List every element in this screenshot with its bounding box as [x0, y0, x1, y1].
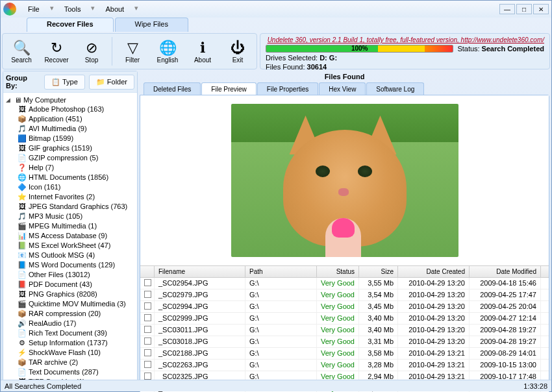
table-row[interactable]: _SC02979.JPGG:\Very Good3,54 Mb2010-04-2… [140, 289, 549, 301]
tree-item[interactable]: 📊MS Access Database (9) [6, 231, 134, 241]
cell-filename: _SC02994.JPG [155, 301, 245, 312]
app-window: File▾ Tools▾ About▾ — □ ✕ Recover Files … [0, 0, 552, 392]
search-button[interactable]: 🔍Search [5, 35, 38, 67]
tree-item[interactable]: 🎬MPEG Multimedia (1) [6, 221, 134, 231]
filetype-icon: ⭐ [18, 193, 27, 202]
filetype-icon: ⚙ [18, 339, 27, 348]
content-box: Filename Path Status Size Date Created D… [140, 95, 549, 392]
tree-item[interactable]: 📄Text Documents (287) [6, 367, 134, 377]
statusbar-text: All Searches Completed [5, 382, 81, 390]
tree-item[interactable]: 📦RAR compression (20) [6, 309, 134, 319]
files-found-header: Files Found [140, 71, 549, 82]
table-row[interactable]: _SC02263.JPGG:\Very Good3,28 Mb2010-04-2… [140, 360, 549, 371]
banner-link[interactable]: Undelete 360, version 2.1 Build 1, total… [266, 36, 544, 43]
tree-item[interactable]: 🟦Bitmap (1599) [6, 134, 134, 143]
col-date-modified[interactable]: Date Modified [470, 266, 541, 277]
filter-button[interactable]: ▽Filter [116, 35, 149, 67]
tree-item[interactable]: 🔷Icon (161) [6, 182, 134, 192]
cell-size: 3,45 Mb [359, 301, 398, 312]
language-button[interactable]: 🌐English [151, 35, 184, 67]
cell-date-modified: 2009-04-25 20:04 [470, 301, 541, 312]
menu-about[interactable]: About [99, 4, 131, 14]
row-checkbox[interactable] [144, 291, 151, 298]
cell-date-modified: 2009-04-28 19:27 [470, 325, 541, 336]
tree-item[interactable]: 🖼Adobe Photoshop (163) [6, 104, 134, 114]
row-checkbox[interactable] [144, 349, 151, 356]
filetype-tree[interactable]: ◢ 🖥 My Computer 🖼Adobe Photoshop (163)📦A… [3, 93, 137, 380]
tree-item[interactable]: 🖼JPEG Standard Graphics (763) [6, 202, 134, 212]
tree-item[interactable]: 📘MS Word Documents (129) [6, 260, 134, 270]
row-checkbox[interactable] [144, 314, 151, 321]
files-found-count: Files Found: 30614 [266, 63, 327, 71]
row-checkbox[interactable] [144, 373, 151, 380]
tree-item[interactable]: 📗MS Excel WorkSheet (47) [6, 241, 134, 251]
about-button[interactable]: ℹAbout [186, 35, 219, 67]
tab-recover-files[interactable]: Recover Files [27, 18, 114, 32]
tree-item[interactable]: ❓Help (7) [6, 163, 134, 173]
col-filename[interactable]: Filename [155, 266, 245, 277]
cell-status: Very Good [317, 348, 359, 359]
col-status[interactable]: Status [317, 266, 359, 277]
table-row[interactable]: _SC03018.JPGG:\Very Good3,31 Mb2010-04-2… [140, 336, 549, 348]
group-by-folder-button[interactable]: 📁Folder [89, 75, 134, 90]
cell-date-modified: 2009-08-29 14:01 [470, 348, 541, 359]
col-path[interactable]: Path [245, 266, 317, 277]
group-by-type-button[interactable]: 📋Type [44, 75, 85, 90]
cell-date-created: 2010-04-29 13:20 [398, 313, 470, 324]
tree-item[interactable]: ⚙Setup Information (1737) [6, 338, 134, 348]
right-panel: Files Found Deleted Files File Preview F… [140, 71, 549, 381]
table-row[interactable]: _SC03011.JPGG:\Very Good3,40 Mb2010-04-2… [140, 325, 549, 336]
row-checkbox[interactable] [144, 279, 151, 286]
recover-icon: ↻ [51, 40, 62, 56]
tree-item[interactable]: 📄GZIP compression (5) [6, 153, 134, 163]
tree-item[interactable]: ⚡ShockWave Flash (10) [6, 348, 134, 358]
tab-file-preview[interactable]: File Preview [201, 82, 256, 95]
collapse-icon[interactable]: ◢ [6, 97, 12, 103]
tree-item-label: AVI Multimedia (9) [29, 124, 87, 134]
tree-item[interactable]: 📄Rich Text Document (39) [6, 328, 134, 338]
window-minimize-button[interactable]: — [499, 4, 515, 14]
file-grid[interactable]: Filename Path Status Size Date Created D… [140, 265, 549, 392]
tree-item[interactable]: 🔊RealAudio (17) [6, 319, 134, 328]
tab-deleted-files[interactable]: Deleted Files [144, 82, 201, 95]
tree-item[interactable]: ⭐Internet Favorites (2) [6, 192, 134, 202]
tree-item[interactable]: 🌐HTML Documents (1856) [6, 173, 134, 182]
tree-item[interactable]: 🎬Quicktime MOV Multimedia (3) [6, 299, 134, 309]
window-close-button[interactable]: ✕ [533, 4, 549, 14]
tree-item[interactable]: 📦TAR archive (2) [6, 358, 134, 367]
tab-file-properties[interactable]: File Properties [257, 82, 318, 95]
col-size[interactable]: Size [359, 266, 398, 277]
tree-item[interactable]: 🖼PNG Graphics (8208) [6, 289, 134, 299]
window-maximize-button[interactable]: □ [516, 4, 532, 14]
row-checkbox[interactable] [144, 302, 151, 310]
cell-date-created: 2010-04-29 13:21 [398, 348, 470, 359]
tab-software-log[interactable]: Software Log [366, 82, 424, 95]
tree-item[interactable]: 🎵MP3 Music (105) [6, 212, 134, 221]
recover-button[interactable]: ↻Recover [40, 35, 73, 67]
col-date-created[interactable]: Date Created [398, 266, 470, 277]
menu-file[interactable]: File [21, 4, 46, 14]
table-row[interactable]: _SC02954.JPGG:\Very Good3,55 Mb2010-04-2… [140, 278, 549, 289]
row-checkbox[interactable] [144, 326, 151, 333]
app-logo-icon [3, 3, 16, 16]
tree-item[interactable]: 📄Other Files (13012) [6, 270, 134, 280]
tab-wipe-files[interactable]: Wipe Files [115, 18, 188, 32]
stop-button[interactable]: ⊘Stop [75, 35, 108, 67]
cell-date-modified: 2009-04-25 17:47 [470, 289, 541, 300]
table-row[interactable]: _SC02994.JPGG:\Very Good3,45 Mb2010-04-2… [140, 301, 549, 313]
table-row[interactable]: _SC02188.JPGG:\Very Good3,58 Mb2010-04-2… [140, 348, 549, 360]
row-checkbox[interactable] [144, 361, 151, 368]
table-row[interactable]: _SC02999.JPGG:\Very Good3,40 Mb2010-04-2… [140, 313, 549, 325]
tree-item[interactable]: 🖼GIF graphics (1519) [6, 143, 134, 153]
tree-item[interactable]: 📦Application (451) [6, 114, 134, 124]
menu-tools[interactable]: Tools [58, 4, 88, 14]
row-checkbox[interactable] [144, 337, 151, 345]
tab-hex-view[interactable]: Hex View [319, 82, 366, 95]
tree-item[interactable]: 🎵AVI Multimedia (9) [6, 124, 134, 134]
progress-percent: 100% [351, 45, 368, 52]
exit-button[interactable]: ⏻Exit [221, 35, 254, 67]
filetype-icon: 🖼 [18, 144, 27, 153]
tree-item[interactable]: 📧MS Outlook MSG (4) [6, 251, 134, 260]
tree-root-item[interactable]: ◢ 🖥 My Computer [6, 95, 134, 104]
tree-item[interactable]: 📕PDF Document (43) [6, 280, 134, 289]
